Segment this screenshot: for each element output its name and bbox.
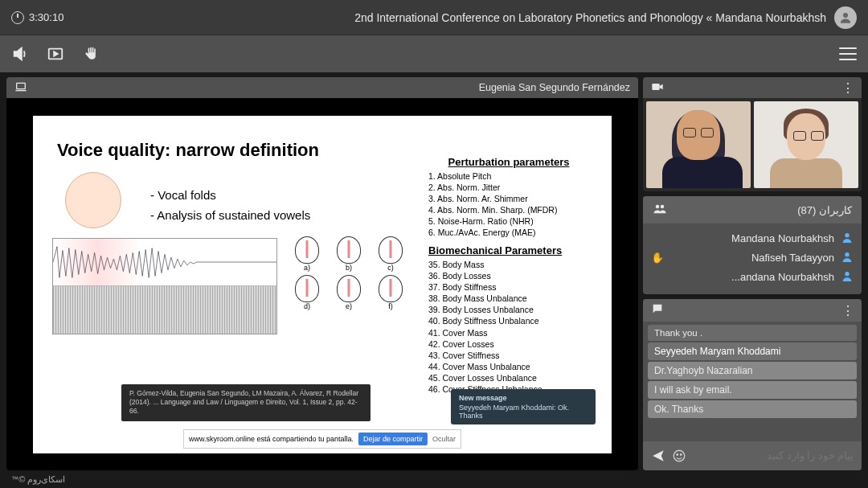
raise-hand-icon[interactable] <box>82 45 100 63</box>
person-icon <box>841 232 854 244</box>
bio-title: Biomechanical Parameters <box>428 244 589 256</box>
users-icon <box>653 203 667 217</box>
person-icon <box>841 270 854 283</box>
video-menu-icon[interactable]: ⋮ <box>841 80 854 96</box>
bio-item: 35. Body Mass <box>428 259 589 270</box>
share-control-bar: www.skyroom.online está compartiendo tu … <box>183 429 461 449</box>
audio-icon[interactable] <box>11 45 29 63</box>
slide-bullets: Vocal folds Analysis of sustained vowels <box>150 185 310 226</box>
pert-item: 3. Abs. Norm. Ar. Shimmer <box>428 193 589 204</box>
pert-item: 6. Muc./AvAc. Energy (MAE) <box>428 227 589 238</box>
notification-popup[interactable]: New message Seyyedeh Maryam Khoddami: Ok… <box>451 389 596 424</box>
clock-icon <box>11 11 24 24</box>
video-panel: ⋮ <box>643 77 862 191</box>
user-item[interactable]: Mandana Nourbakhsh <box>651 228 854 248</box>
share-status-text: www.skyroom.online está compartiendo tu … <box>189 435 354 443</box>
chat-message: Thank you . <box>648 325 857 341</box>
laptop-icon <box>14 81 27 95</box>
top-bar: 3:30:10 2nd International Conference on … <box>0 0 868 35</box>
chat-input[interactable] <box>693 450 854 461</box>
bio-item: 36. Body Losses <box>428 270 589 281</box>
presentation-slide: Voice quality: narrow definition Vocal f… <box>33 116 612 453</box>
users-panel: کاربران (87) Mandana Nourbakhsh ✋ Nafise… <box>643 196 862 294</box>
bio-item: 40. Body Stiffness Unbalance <box>428 315 589 326</box>
users-header[interactable]: کاربران (87) <box>643 196 862 223</box>
svg-point-5 <box>661 204 665 208</box>
svg-point-4 <box>656 204 660 208</box>
bio-item: 39. Body Losses Unbalance <box>428 304 589 315</box>
camera-icon <box>651 80 664 95</box>
video-play-icon[interactable] <box>47 45 64 63</box>
notif-title: New message <box>459 394 588 402</box>
emoji-icon[interactable] <box>672 449 686 463</box>
send-icon[interactable] <box>651 449 665 463</box>
menu-icon[interactable] <box>839 47 857 60</box>
vocal-label: d) <box>304 302 310 310</box>
chat-messages[interactable]: Thank you . Seyyedeh Maryam Khoddami Dr.… <box>643 322 862 441</box>
user-item[interactable]: ✋ Nafiseh Tadayyon <box>651 248 854 267</box>
svg-rect-3 <box>652 84 659 90</box>
right-column: ⋮ کاربران (87) Mandana Nourbakhsh <box>643 77 862 470</box>
share-header: Eugenia San Segundo Fernández <box>6 77 638 98</box>
bio-item: 43. Cover Stiffness <box>428 350 589 361</box>
bio-item: 41. Cover Mass <box>428 327 589 338</box>
pert-item: 5. Noise-Harm. Ratio (NHR) <box>428 215 589 227</box>
slide-bullet: Analysis of sustained vowels <box>150 205 310 226</box>
vocal-label: b) <box>346 264 352 272</box>
svg-point-7 <box>845 252 849 256</box>
video-header: ⋮ <box>643 77 862 98</box>
chat-icon <box>651 302 664 318</box>
video-grid <box>643 98 862 191</box>
notif-body: Seyyedeh Maryam Khoddami: Ok. Thanks <box>459 404 588 420</box>
person-icon <box>841 251 854 264</box>
footer-brand: اسکای‌روم © <box>18 474 65 485</box>
hand-raised-icon: ✋ <box>651 252 664 264</box>
video-tile[interactable] <box>646 101 751 188</box>
share-body: Voice quality: narrow definition Vocal f… <box>6 98 638 470</box>
pert-item: 1. Absolute Pitch <box>428 170 589 182</box>
perturbation-list: Perturbation parameters 1. Absolute Pitc… <box>428 156 589 239</box>
vocal-diagrams: a) b) c) d) e) f) <box>290 236 427 333</box>
chat-panel: ⋮ Thank you . Seyyedeh Maryam Khoddami D… <box>643 299 862 470</box>
biomechanical-list: Biomechanical Parameters 35. Body Mass 3… <box>428 244 589 396</box>
citation-box: P. Gómez-Vilda, Eugenia San Segundo, LM … <box>121 384 371 420</box>
chat-sender-name: Seyyedeh Maryam Khoddami <box>648 342 857 360</box>
bio-item: 44. Cover Mass Unbalance <box>428 361 589 372</box>
waveform-figure <box>52 238 277 334</box>
svg-point-6 <box>845 233 849 237</box>
presenter-name: Eugenia San Segundo Fernández <box>479 82 630 93</box>
session-title: 2nd International Conference on Laborato… <box>354 11 826 24</box>
svg-point-8 <box>845 272 849 276</box>
user-name: Mandana Nourbakhsh <box>731 232 834 244</box>
toolbar-left <box>11 45 100 63</box>
bio-item: 45. Cover Losses Unbalance <box>428 372 589 383</box>
bio-item: 42. Cover Losses <box>428 338 589 350</box>
stop-sharing-button[interactable]: Dejar de compartir <box>358 433 428 445</box>
slide-bullet: Vocal folds <box>150 185 310 206</box>
user-name: ...andana Nourbakhsh <box>731 271 834 283</box>
timer-section: 3:30:10 <box>11 11 63 24</box>
hide-bar-button[interactable]: Ocultar <box>432 435 456 443</box>
session-timer: 3:30:10 <box>29 11 63 23</box>
footer: اسکای‌روم ©™ <box>0 470 76 488</box>
vocal-label: e) <box>346 302 352 310</box>
main-area: Eugenia San Segundo Fernández Voice qual… <box>0 72 868 470</box>
video-tile[interactable] <box>754 101 858 188</box>
chat-menu-icon[interactable]: ⋮ <box>841 303 854 318</box>
pert-item: 4. Abs. Norm. Min. Sharp. (MFDR) <box>428 204 589 215</box>
svg-point-11 <box>681 454 682 456</box>
vocal-label: f) <box>388 302 393 310</box>
user-item[interactable]: ...andana Nourbakhsh <box>651 267 854 286</box>
perturbation-title: Perturbation parameters <box>428 156 589 168</box>
profile-avatar[interactable] <box>834 6 857 29</box>
slide-title: Voice quality: narrow definition <box>57 140 319 161</box>
chat-message: Ok. Thanks <box>648 400 857 418</box>
users-list: Mandana Nourbakhsh ✋ Nafiseh Tadayyon ..… <box>643 223 862 294</box>
users-title: کاربران (87) <box>797 204 852 216</box>
pert-item: 2. Abs. Norm. Jitter <box>428 182 589 193</box>
svg-point-0 <box>843 13 848 18</box>
vocal-label: c) <box>387 264 394 272</box>
chat-message: I will ask by email. <box>648 381 857 399</box>
screen-share-panel: Eugenia San Segundo Fernández Voice qual… <box>6 77 638 470</box>
svg-point-10 <box>677 454 678 456</box>
